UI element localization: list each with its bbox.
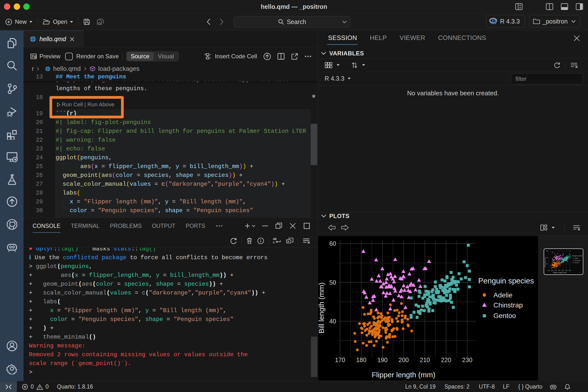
svg-text:Adelie: Adelie xyxy=(494,291,512,299)
svg-text:Flipper length (mm): Flipper length (mm) xyxy=(372,371,435,379)
svg-text:230: 230 xyxy=(462,356,472,363)
svg-text:Chinstrap: Chinstrap xyxy=(574,260,580,261)
svg-text:Penguin species: Penguin species xyxy=(572,255,582,256)
svg-text:170: 170 xyxy=(335,356,345,363)
svg-text:190: 190 xyxy=(554,270,557,271)
svg-text:60: 60 xyxy=(329,240,336,247)
svg-text:210: 210 xyxy=(562,270,564,271)
svg-text:Gentoo: Gentoo xyxy=(494,312,516,320)
svg-text:180: 180 xyxy=(551,270,553,271)
svg-text:Adelie: Adelie xyxy=(574,258,578,259)
svg-text:50: 50 xyxy=(546,257,548,258)
svg-text:Bill length (mm): Bill length (mm) xyxy=(545,257,546,267)
svg-text:R: R xyxy=(492,18,496,25)
svg-text:Bill length (mm): Bill length (mm) xyxy=(318,282,325,334)
svg-text:230: 230 xyxy=(569,270,571,271)
svg-text:190: 190 xyxy=(377,356,388,363)
svg-text:200: 200 xyxy=(558,270,560,271)
svg-text:170: 170 xyxy=(547,270,550,271)
svg-text:ab: ab xyxy=(273,237,276,240)
svg-text:Penguin species: Penguin species xyxy=(478,276,534,285)
svg-text:Flipper length (mm): Flipper length (mm) xyxy=(553,272,567,274)
svg-text:Chinstrap: Chinstrap xyxy=(494,301,523,309)
svg-text:40: 40 xyxy=(546,263,548,264)
svg-text:210: 210 xyxy=(420,356,430,363)
svg-text:220: 220 xyxy=(565,270,568,271)
svg-text:Gentoo: Gentoo xyxy=(574,262,579,264)
svg-text:220: 220 xyxy=(441,356,451,363)
svg-text:c: c xyxy=(273,240,275,244)
svg-text:60: 60 xyxy=(546,250,548,252)
svg-text:50: 50 xyxy=(329,279,336,286)
svg-text:200: 200 xyxy=(398,356,409,363)
svg-text:180: 180 xyxy=(356,356,366,363)
svg-text:40: 40 xyxy=(329,318,336,324)
